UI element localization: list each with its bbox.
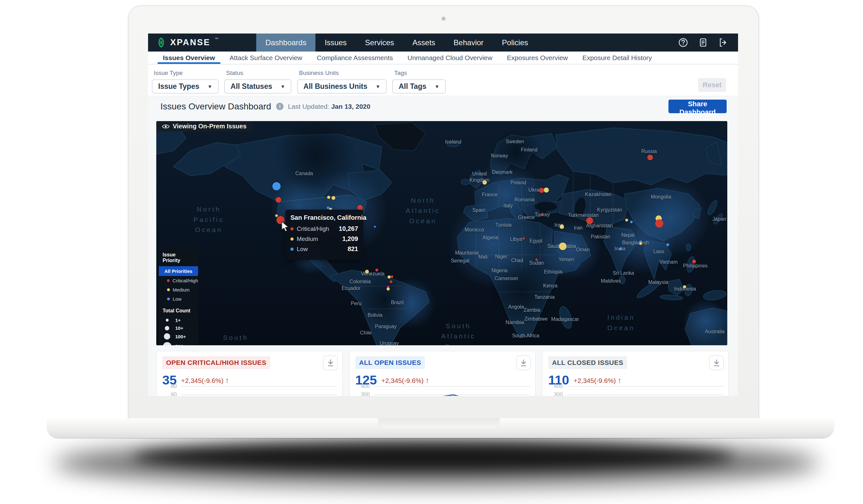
map-dot-low[interactable] [374, 226, 376, 228]
map-dot-critical[interactable] [541, 213, 543, 216]
info-icon[interactable]: i [276, 103, 284, 110]
nav-item-behavior[interactable]: Behavior [445, 34, 493, 52]
download-button[interactable] [516, 355, 531, 370]
country-label-bangladesh: Bangladesh [622, 240, 649, 246]
nav-item-policies[interactable]: Policies [493, 34, 537, 52]
chart-axis-label: 400 [355, 383, 370, 390]
legend-dot-critical [167, 279, 170, 282]
country-label-maldives: Maldives [601, 278, 621, 284]
map-dot-low[interactable] [666, 243, 670, 246]
map-dot-critical[interactable] [586, 217, 593, 224]
map-dot-low[interactable] [272, 182, 280, 190]
tab-issues-overview[interactable]: Issues Overview [155, 52, 222, 64]
country-label-brazil: Brazil [391, 300, 404, 306]
country-label-nepal: Nepal [621, 232, 635, 238]
country-label-philippines: Philippines [683, 263, 708, 269]
map-dot-medium[interactable] [639, 242, 642, 245]
issues-world-map[interactable]: Viewing On-Prem Issues NorthPacificOcean… [156, 121, 727, 345]
tab-compliance-assessments[interactable]: Compliance Assessments [310, 52, 400, 64]
sign-out-icon[interactable] [718, 38, 728, 48]
map-dot-medium[interactable] [559, 242, 566, 250]
country-label-italy: Italy [503, 203, 512, 209]
release-notes-icon[interactable] [698, 38, 708, 48]
map-dot-critical[interactable] [276, 197, 281, 203]
ocean-label-north-atlantic-ocean: NorthAtlanticOcean [405, 196, 440, 226]
map-view-badge[interactable]: Viewing On-Prem Issues [156, 121, 252, 131]
reset-button[interactable]: Reset [698, 78, 726, 92]
map-dot-medium[interactable] [327, 196, 330, 199]
filter-value-business-units: All Business Units [303, 82, 367, 91]
tooltip-label: Critical/High [297, 225, 329, 232]
stat-card-title: ALL OPEN ISSUES [355, 356, 425, 369]
legend-item-low[interactable]: Low [159, 294, 198, 304]
country-label-kazakhstan: Kazakhstan [585, 191, 612, 198]
tooltip-value: 10,267 [339, 225, 358, 232]
nav-item-services[interactable]: Services [356, 34, 403, 52]
tab-exposure-detail-history[interactable]: Exposure Detail History [575, 52, 659, 64]
nav-item-assets[interactable]: Assets [403, 34, 445, 52]
tooltip-rows: Critical/High10,267Medium1,209Low821 [290, 225, 358, 253]
map-dot-medium[interactable] [683, 285, 686, 288]
map-dot-medium[interactable] [625, 218, 628, 221]
map-dot-critical[interactable] [536, 259, 538, 261]
country-label-laos: Laos [653, 249, 664, 255]
map-dot-medium[interactable] [388, 275, 391, 279]
tab-exposures-overview[interactable]: Exposures Overview [500, 52, 575, 64]
chart-axis-label: 80 [162, 383, 177, 390]
filter-dropdown-status[interactable]: All Statuses▼ [224, 79, 292, 93]
country-label-vietnam: Vietnam [659, 259, 678, 265]
brand-logo[interactable]: XPANSE ™ [148, 34, 256, 52]
map-dot-medium[interactable] [275, 214, 278, 217]
map-dot-medium[interactable] [483, 180, 487, 185]
nav-item-issues[interactable]: Issues [315, 34, 355, 52]
map-dot-critical[interactable] [647, 155, 653, 160]
legend-item-critical-high[interactable]: Critical/High [159, 276, 198, 285]
map-dot-low[interactable] [630, 221, 633, 223]
map-dot-medium[interactable] [365, 270, 369, 274]
laptop-shadow-core [133, 443, 734, 471]
filter-dropdown-issue-type[interactable]: Issue Types▼ [152, 79, 218, 93]
stat-card-title: OPEN CRITICAL/HIGH ISSUES [162, 356, 270, 369]
legend-size-100: 100+ [159, 332, 198, 341]
map-dot-medium[interactable] [332, 196, 335, 200]
country-label-nigeria: Nigeria [491, 267, 508, 274]
filter-dropdown-business-units[interactable]: All Business Units▼ [297, 79, 387, 93]
legend-item-medium[interactable]: Medium [159, 285, 198, 294]
download-button[interactable] [323, 355, 338, 370]
country-label-turkmenistan: Turkmenistan [568, 212, 599, 218]
country-label-venezuela: Venezuela [361, 270, 385, 277]
legend-item-label: Critical/High [172, 278, 198, 283]
filter-dropdown-tags[interactable]: All Tags▼ [392, 79, 446, 93]
map-dot-critical[interactable] [522, 237, 525, 239]
country-label-uruguay: Uruguay [380, 340, 399, 345]
legend-dot-low [167, 298, 170, 300]
share-dashboard-button[interactable]: Share Dashboard [668, 100, 727, 113]
legend-all-priorities[interactable]: All Priorities [159, 266, 198, 276]
tab-attack-surface-overview[interactable]: Attack Surface Overview [222, 52, 310, 64]
nav-item-dashboards[interactable]: Dashboards [256, 34, 315, 52]
map-dot-low[interactable] [619, 248, 622, 250]
map-dot-medium[interactable] [560, 225, 564, 229]
legend-size-label: 1+ [175, 317, 180, 323]
help-icon[interactable] [678, 38, 688, 48]
stat-card-title: ALL CLOSED ISSUES [548, 356, 627, 369]
map-dot-medium[interactable] [387, 287, 390, 291]
map-dot-critical[interactable] [655, 219, 663, 228]
country-label-greece: Greece [518, 214, 534, 221]
map-dot-critical[interactable] [375, 268, 378, 271]
map-dot-critical[interactable] [692, 260, 696, 263]
country-label-tunisia: Tunisia [496, 222, 512, 228]
tab-unmanaged-cloud-overview[interactable]: Unmanaged Cloud Overview [400, 52, 500, 64]
country-label-mongolia: Mongolia [651, 194, 671, 200]
last-updated: Last Updated:Jan 13, 2020 [288, 103, 371, 110]
laptop-lid: XPANSE ™ DashboardsIssuesServicesAssetsB… [128, 5, 759, 421]
chart-gridline: 60 [162, 390, 337, 396]
country-label-mali: Mali [478, 254, 488, 260]
chart-gridline: 80 [162, 382, 337, 390]
download-button[interactable] [709, 355, 724, 370]
map-dot-critical[interactable] [390, 280, 392, 283]
filter-group-issue-type: Issue TypeIssue Types▼ [152, 69, 218, 96]
map-dot-medium[interactable] [544, 188, 549, 192]
filter-value-status: All Statuses [230, 82, 272, 91]
map-dot-critical[interactable] [391, 275, 393, 278]
